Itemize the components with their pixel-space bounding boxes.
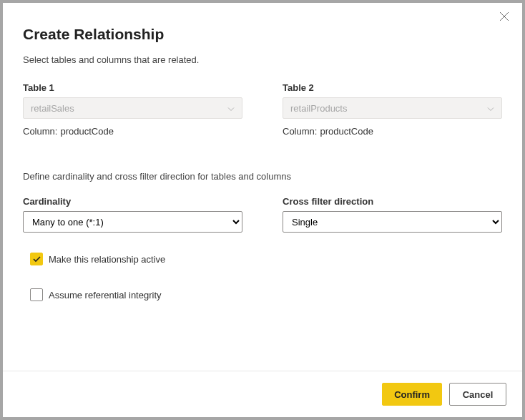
checkbox-referential-row: Assume referential integrity xyxy=(30,288,502,301)
table2-column: Table 2 retailProducts Column:productCod… xyxy=(283,82,502,137)
cancel-button[interactable]: Cancel xyxy=(449,383,506,406)
checkbox-referential[interactable] xyxy=(30,288,43,301)
close-icon xyxy=(499,11,509,21)
create-relationship-dialog: Create Relationship Select tables and co… xyxy=(0,0,525,420)
dialog-subtitle: Select tables and columns that are relat… xyxy=(23,54,502,65)
table2-column-value: productCode xyxy=(320,126,373,137)
cardinality-column: Cardinality Many to one (*:1) xyxy=(23,196,242,233)
table2-column-line: Column:productCode xyxy=(283,126,502,137)
crossfilter-label: Cross filter direction xyxy=(283,196,502,207)
dialog-body: Create Relationship Select tables and co… xyxy=(3,3,522,371)
checkbox-referential-label: Assume referential integrity xyxy=(49,290,162,301)
dialog-footer: Confirm Cancel xyxy=(3,371,522,417)
crossfilter-select[interactable]: Single xyxy=(283,211,502,233)
table1-label: Table 1 xyxy=(23,82,242,93)
cardinality-label: Cardinality xyxy=(23,196,242,207)
section2-text: Define cardinality and cross filter dire… xyxy=(23,171,502,182)
table1-column: Table 1 retailSales Column:productCode xyxy=(23,82,242,137)
chevron-down-icon xyxy=(487,103,494,114)
dialog-title: Create Relationship xyxy=(23,26,502,43)
table1-column-value: productCode xyxy=(60,126,113,137)
table2-select[interactable]: retailProducts xyxy=(283,97,502,119)
check-icon xyxy=(32,255,41,264)
table2-selected-value: retailProducts xyxy=(290,103,347,114)
checkbox-active[interactable] xyxy=(30,253,43,265)
checkbox-active-label: Make this relationship active xyxy=(49,254,165,265)
table2-column-label: Column: xyxy=(283,126,317,137)
close-button[interactable] xyxy=(499,11,512,24)
confirm-button[interactable]: Confirm xyxy=(382,383,442,406)
tables-row: Table 1 retailSales Column:productCode T… xyxy=(23,82,502,137)
checkbox-active-row: Make this relationship active xyxy=(30,253,502,265)
table1-selected-value: retailSales xyxy=(31,103,74,114)
table2-label: Table 2 xyxy=(283,82,502,93)
table1-column-label: Column: xyxy=(23,126,57,137)
crossfilter-column: Cross filter direction Single xyxy=(283,196,502,233)
table1-column-line: Column:productCode xyxy=(23,126,242,137)
table1-select[interactable]: retailSales xyxy=(23,97,242,119)
chevron-down-icon xyxy=(227,103,235,114)
cardinality-row: Cardinality Many to one (*:1) Cross filt… xyxy=(23,196,502,233)
cardinality-select[interactable]: Many to one (*:1) xyxy=(23,211,242,233)
